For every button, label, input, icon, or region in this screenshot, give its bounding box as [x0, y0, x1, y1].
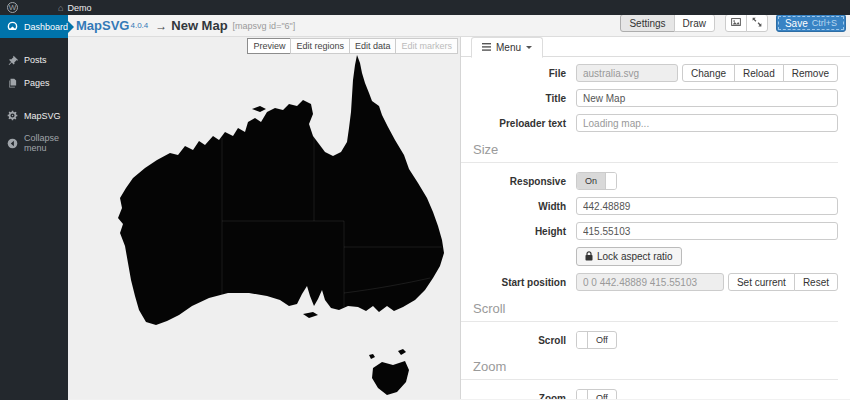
panel-tabbar: Menu	[461, 37, 850, 57]
start-position-label: Start position	[461, 277, 566, 288]
arrow-separator: →	[155, 19, 167, 33]
sidebar-item-label: Pages	[24, 78, 50, 88]
collapse-arrow-icon	[7, 138, 18, 149]
tasmania-region	[372, 361, 409, 395]
app-version: 4.0.4	[130, 21, 148, 30]
remove-file-button[interactable]: Remove	[783, 64, 838, 82]
save-shortcut: Ctrl+S	[812, 18, 837, 28]
fullscreen-button[interactable]	[746, 14, 768, 32]
snapshot-button[interactable]	[725, 14, 747, 32]
sidebar-item-label: Dashboard	[24, 22, 68, 32]
draw-button[interactable]: Draw	[674, 14, 715, 32]
mode-button-group: Settings Draw	[620, 14, 714, 32]
map-settings-panel: Menu File Change Reload Remove	[460, 37, 850, 399]
expand-icon	[752, 17, 762, 29]
scroll-toggle[interactable]: Off	[576, 331, 617, 349]
sidebar-item-label: MapSVG	[24, 111, 61, 121]
scroll-section-header: Scroll	[461, 298, 838, 322]
scroll-label: Scroll	[461, 335, 566, 346]
sidebar-item-posts[interactable]: Posts	[0, 48, 68, 71]
reload-file-button[interactable]: Reload	[734, 64, 784, 82]
title-input[interactable]	[576, 89, 838, 107]
set-current-button[interactable]: Set current	[728, 273, 795, 291]
zoom-toggle[interactable]: Off	[576, 389, 617, 399]
hamburger-icon	[482, 42, 491, 53]
site-name: Demo	[67, 3, 91, 13]
page-title: New Map	[171, 18, 227, 33]
sidebar-item-dashboard[interactable]: Dashboard	[0, 15, 68, 38]
size-section-header: Size	[461, 139, 838, 163]
file-button-group: Change Reload Remove	[682, 64, 838, 82]
view-button-group	[725, 14, 768, 32]
flinders-island	[398, 349, 406, 355]
start-position-input[interactable]	[576, 273, 724, 291]
zoom-row: Zoom Off	[461, 389, 838, 399]
wp-admin-bar: W ⌂ Demo	[0, 0, 850, 15]
file-label: File	[461, 68, 566, 79]
toggle-state-label: Off	[588, 390, 616, 399]
wordpress-logo-icon[interactable]: W	[7, 2, 18, 13]
reset-button[interactable]: Reset	[794, 273, 838, 291]
sidebar-item-pages[interactable]: Pages	[0, 71, 68, 94]
tab-preview[interactable]: Preview	[247, 38, 291, 54]
save-label: Save	[785, 18, 808, 29]
preloader-input[interactable]	[576, 114, 838, 132]
page-header: MapSVG 4.0.4 → New Map [mapsvg id="6"] S…	[68, 15, 850, 37]
responsive-toggle[interactable]: On	[576, 172, 617, 190]
toggle-knob	[577, 390, 588, 399]
home-icon: ⌂	[58, 3, 63, 13]
start-position-buttons: Set current Reset	[728, 273, 838, 291]
settings-form: File Change Reload Remove Title	[461, 57, 850, 399]
preloader-row: Preloader text	[461, 114, 838, 132]
lock-icon	[585, 251, 593, 263]
admin-bar-site-link[interactable]: ⌂ Demo	[58, 3, 91, 13]
settings-button[interactable]: Settings	[620, 14, 674, 32]
width-label: Width	[461, 201, 566, 212]
file-row: File Change Reload Remove	[461, 64, 838, 82]
sidebar-collapse-menu[interactable]: Collapse menu	[0, 127, 68, 159]
responsive-label: Responsive	[461, 176, 566, 187]
menu-tab-label: Menu	[496, 42, 521, 53]
pushpin-icon	[7, 54, 18, 65]
save-button[interactable]: Save Ctrl+S	[776, 14, 846, 32]
sidebar-item-label: Posts	[24, 55, 47, 65]
lock-aspect-label: Lock aspect ratio	[597, 251, 673, 262]
sidebar-item-label: Collapse menu	[24, 133, 61, 153]
map-preview-panel: Preview Edit regions Edit data Edit mark…	[68, 37, 460, 399]
king-island	[369, 354, 375, 359]
scroll-row: Scroll Off	[461, 331, 838, 349]
file-input[interactable]	[576, 64, 678, 82]
top-toolbar: Settings Draw Save Ctrl+S	[620, 14, 846, 32]
tab-edit-markers[interactable]: Edit markers	[395, 38, 458, 54]
dashboard-icon	[7, 21, 18, 32]
wp-sidebar: Dashboard Posts Pages MapSVG Collapse me…	[0, 15, 68, 400]
width-row: Width	[461, 197, 838, 215]
start-position-row: Start position Set current Reset	[461, 273, 838, 291]
preloader-label: Preloader text	[461, 118, 566, 129]
height-input[interactable]	[576, 222, 838, 240]
australia-mainland-region	[118, 55, 444, 325]
toggle-knob	[577, 332, 588, 348]
main-content: MapSVG 4.0.4 → New Map [mapsvg id="6"] S…	[68, 15, 850, 400]
australia-map-svg[interactable]	[76, 49, 456, 399]
sidebar-item-mapsvg[interactable]: MapSVG	[0, 104, 68, 127]
zoom-label: Zoom	[461, 393, 566, 400]
tab-edit-regions[interactable]: Edit regions	[290, 38, 350, 54]
app-name-link[interactable]: MapSVG	[76, 18, 129, 33]
tab-edit-data[interactable]: Edit data	[349, 38, 397, 54]
lock-aspect-row: Lock aspect ratio	[461, 247, 838, 266]
toggle-knob	[605, 173, 616, 189]
menu-dropdown-tab[interactable]: Menu	[471, 37, 543, 58]
map-mode-tabs: Preview Edit regions Edit data Edit mark…	[248, 38, 458, 54]
image-icon	[731, 17, 741, 29]
chevron-down-icon	[526, 46, 532, 52]
kangaroo-island	[303, 312, 318, 318]
height-label: Height	[461, 226, 566, 237]
toggle-state-label: Off	[588, 332, 616, 348]
toggle-state-label: On	[577, 173, 605, 189]
lock-aspect-ratio-button[interactable]: Lock aspect ratio	[576, 247, 682, 266]
width-input[interactable]	[576, 197, 838, 215]
change-file-button[interactable]: Change	[682, 64, 735, 82]
map-shortcode: [mapsvg id="6"]	[233, 21, 296, 31]
responsive-row: Responsive On	[461, 172, 838, 190]
